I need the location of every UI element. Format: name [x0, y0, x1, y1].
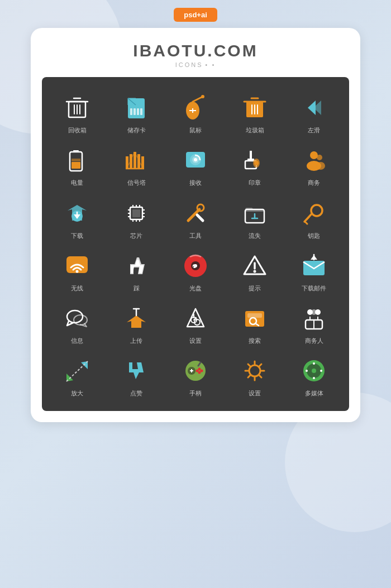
icon-cell-tools[interactable]: 工具: [166, 192, 225, 244]
svg-point-79: [76, 270, 79, 273]
icon-label-upload: 上传: [130, 337, 142, 345]
icon-cell-wifi[interactable]: 无线: [47, 244, 107, 297]
icon-cell-media[interactable]: 多媒体: [284, 349, 344, 401]
icon-cell-stamp[interactable]: 印章: [225, 138, 284, 191]
icon-cell-expand[interactable]: 放大: [47, 349, 107, 401]
icon-bizman: [299, 303, 329, 333]
icon-cell-sdcard[interactable]: 储存卡: [107, 86, 166, 138]
svg-point-15: [201, 95, 204, 98]
icon-label-download: 下载: [71, 232, 83, 240]
svg-point-117: [198, 368, 201, 371]
site-title: IBAOTU.COM: [42, 41, 349, 60]
icon-label-gear: 设置: [249, 389, 261, 397]
icon-cell-folder[interactable]: 流失: [225, 192, 284, 244]
svg-point-49: [317, 155, 322, 160]
icon-grid-container: 回收箱 储存卡 鼠标 垃圾箱 左滑: [42, 77, 349, 411]
icon-cell-dlmail[interactable]: 下载邮件: [284, 244, 344, 297]
icon-label-gamepad: 手柄: [189, 389, 202, 397]
icon-cell-swipeleft[interactable]: 左滑: [284, 86, 344, 138]
svg-point-105: [311, 309, 317, 315]
icon-cell-bizman[interactable]: 商务人: [284, 297, 344, 349]
icon-business: [299, 145, 329, 175]
icon-dislike: [121, 251, 151, 281]
icon-label-search: 搜索: [249, 337, 261, 345]
svg-rect-100: [247, 313, 262, 318]
icon-cell-business[interactable]: 商务: [284, 138, 344, 191]
icon-cell-chat[interactable]: 信息: [47, 297, 107, 349]
icon-cell-trash[interactable]: 垃圾箱: [225, 86, 284, 138]
svg-line-112: [66, 361, 88, 381]
svg-point-120: [196, 370, 199, 372]
svg-line-127: [248, 364, 250, 366]
icon-gamepad: [180, 356, 211, 386]
icon-cell-gear[interactable]: 设置: [225, 349, 284, 401]
icon-label-expand: 放大: [71, 389, 83, 397]
svg-rect-42: [250, 151, 252, 160]
icon-swipeleft: [299, 93, 329, 123]
icon-label-mouse: 鼠标: [189, 126, 202, 134]
svg-point-135: [313, 377, 315, 379]
svg-point-136: [306, 370, 308, 372]
icon-disc: ☢: [180, 251, 211, 281]
icon-search: [240, 303, 270, 333]
icon-battery: [62, 145, 92, 175]
svg-point-134: [313, 362, 315, 365]
icon-cell-tower[interactable]: 信号塔: [107, 138, 166, 191]
svg-line-70: [197, 215, 203, 221]
icon-cell-recycle[interactable]: 回收箱: [47, 86, 107, 138]
icon-folder: [240, 198, 270, 228]
icon-label-disc: 光盘: [189, 284, 202, 292]
icon-label-dislike: 踩: [133, 284, 140, 292]
icon-label-stamp: 印章: [249, 179, 261, 187]
card-subtitle: ICONS: [42, 61, 349, 68]
icon-cell-key[interactable]: 钥匙: [284, 192, 344, 244]
icon-wifi: [62, 251, 92, 281]
icon-mouse: [180, 93, 211, 123]
icon-cell-disc[interactable]: ☢ 光盘: [166, 244, 225, 297]
icon-cell-search[interactable]: 搜索: [225, 297, 284, 349]
icon-cell-chip[interactable]: 芯片: [107, 192, 166, 244]
icon-cell-receive[interactable]: 接收: [166, 138, 225, 191]
svg-line-77: [305, 222, 307, 224]
icon-cell-like[interactable]: 点赞: [107, 349, 166, 401]
icon-cell-settings2[interactable]: 设置: [166, 297, 225, 349]
icon-cell-mouse[interactable]: 鼠标: [166, 86, 225, 138]
icon-warning: [240, 251, 270, 281]
icon-key: [299, 198, 329, 228]
icon-chip: [121, 198, 151, 228]
svg-point-41: [194, 158, 197, 161]
icon-dlmail: [299, 251, 329, 281]
icon-download: [62, 198, 92, 228]
badge-label: psd+ai: [174, 8, 217, 22]
svg-point-50: [316, 162, 325, 170]
icon-cell-warning[interactable]: 提示: [225, 244, 284, 297]
icon-like: [121, 356, 151, 386]
icon-receive: [180, 145, 211, 175]
icon-label-tools: 工具: [189, 232, 202, 240]
icon-cell-gamepad[interactable]: 手柄: [166, 349, 225, 401]
icon-label-business: 商务: [308, 179, 320, 187]
icon-label-recycle: 回收箱: [68, 126, 87, 134]
svg-line-14: [193, 97, 202, 102]
icon-label-battery: 电量: [71, 179, 83, 187]
svg-rect-55: [132, 209, 140, 217]
icon-recycle: [62, 93, 92, 123]
svg-rect-29: [71, 159, 80, 161]
icon-cell-dislike[interactable]: 踩: [107, 244, 166, 297]
icon-label-dlmail: 下载邮件: [302, 284, 326, 292]
icon-cell-download[interactable]: 下载: [47, 192, 107, 244]
icon-label-chat: 信息: [71, 337, 83, 345]
svg-point-118: [201, 370, 203, 372]
icon-cell-battery[interactable]: 电量: [47, 138, 107, 191]
svg-point-74: [311, 205, 322, 216]
icon-label-sdcard: 储存卡: [127, 126, 146, 134]
main-card: IBAOTU.COM ICONS 回收箱 储存卡 鼠标: [31, 28, 360, 422]
svg-line-128: [259, 375, 261, 377]
icon-cell-upload[interactable]: 上传: [107, 297, 166, 349]
svg-point-119: [198, 371, 201, 374]
svg-rect-9: [130, 108, 132, 115]
icon-label-bizman: 商务人: [305, 337, 323, 345]
svg-point-133: [312, 369, 316, 373]
icon-label-wifi: 无线: [71, 284, 83, 292]
icon-grid: 回收箱 储存卡 鼠标 垃圾箱 左滑: [47, 86, 344, 402]
